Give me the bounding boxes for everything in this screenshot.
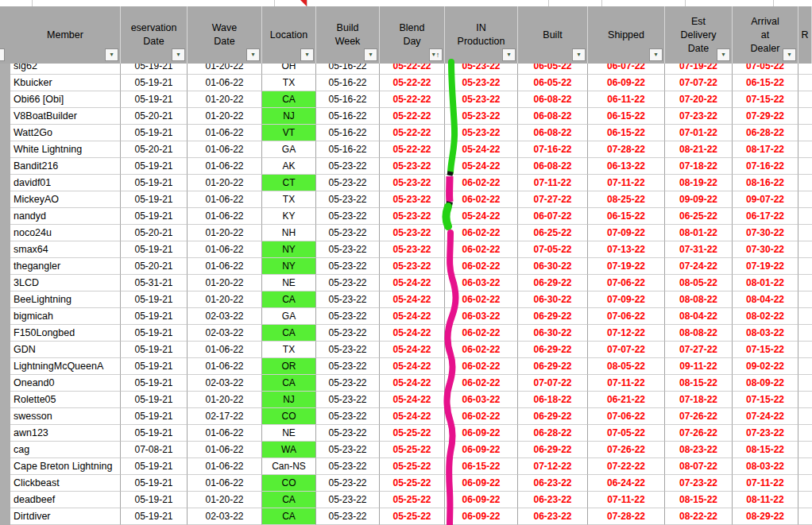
cell-est_delivery[interactable]: 09-09-22 [665, 191, 733, 208]
column-header-build_week[interactable]: BuildWeek▾ [316, 6, 380, 64]
cell-shipped[interactable]: 07-28-22 [588, 508, 665, 525]
cell-location[interactable]: CA [262, 291, 316, 308]
cell-r[interactable] [798, 308, 812, 325]
cell-shipped[interactable]: 06-11-22 [588, 91, 665, 108]
cell-wave_date[interactable]: 01-06-22 [188, 358, 262, 375]
cell-in_production[interactable]: 05-24-22 [445, 208, 518, 225]
filter-button-arrival[interactable]: ▾ [783, 48, 796, 61]
cell-built[interactable]: 06-23-22 [518, 492, 588, 508]
cell-built[interactable]: 07-12-22 [518, 458, 588, 475]
cell-reservation_date[interactable]: 05-20-21 [121, 141, 188, 158]
cell-blend_day[interactable]: 05-23-22 [380, 175, 445, 191]
cell-in_production[interactable]: 05-23-22 [445, 91, 518, 108]
cell-location[interactable]: TX [262, 191, 316, 208]
cell-member[interactable]: thegangler [10, 258, 121, 275]
cell-built[interactable]: 06-30-22 [518, 258, 588, 275]
cell-build_week[interactable]: 05-23-22 [316, 208, 380, 225]
cell-build_week[interactable]: 05-23-22 [316, 458, 380, 475]
cell-reservation_date[interactable]: 05-19-21 [121, 325, 188, 342]
cell-build_week[interactable]: 05-23-22 [316, 225, 380, 241]
cell-location[interactable]: NH [262, 225, 316, 241]
cell-arrival[interactable]: 07-11-22 [733, 475, 798, 492]
cell-r[interactable] [798, 75, 812, 91]
cell-member[interactable]: Rolette05 [10, 392, 121, 408]
cell-reservation_date[interactable]: 05-20-21 [121, 108, 188, 125]
cell-member[interactable]: White Lightning [10, 141, 121, 158]
cell-r[interactable] [798, 91, 812, 108]
cell-est_delivery[interactable]: 08-01-22 [665, 225, 733, 241]
cell-r[interactable] [798, 141, 812, 158]
column-header-in_production[interactable]: INProduction▾ [445, 6, 518, 64]
cell-r[interactable] [798, 408, 812, 425]
cell-arrival[interactable]: 06-17-22 [733, 208, 798, 225]
cell-blend_day[interactable]: 05-22-22 [380, 125, 445, 141]
cell-built[interactable]: 06-29-22 [518, 408, 588, 425]
cell-member[interactable]: 3LCD [10, 275, 121, 291]
cell-member[interactable]: nandyd [10, 208, 121, 225]
cell-build_week[interactable]: 05-16-22 [316, 91, 380, 108]
cell-arrival[interactable]: 07-15-22 [733, 392, 798, 408]
filter-button-shipped[interactable]: ▾ [649, 48, 663, 61]
filter-button-left-column[interactable]: ▾ [0, 48, 5, 61]
cell-blend_day[interactable]: 05-25-22 [380, 425, 445, 442]
filter-button-built[interactable]: ▾ [572, 48, 586, 61]
cell-built[interactable]: 07-07-22 [518, 375, 588, 392]
cell-location[interactable]: CA [262, 375, 316, 392]
cell-in_production[interactable]: 05-23-22 [445, 108, 518, 125]
cell-blend_day[interactable]: 05-23-22 [380, 258, 445, 275]
cell-reservation_date[interactable]: 05-31-21 [121, 275, 188, 291]
cell-built[interactable]: 06-08-22 [518, 158, 588, 175]
cell-shipped[interactable]: 06-09-22 [588, 75, 665, 91]
cell-blend_day[interactable]: 05-25-22 [380, 475, 445, 492]
cell-r[interactable] [798, 64, 812, 75]
cell-wave_date[interactable]: 01-06-22 [188, 125, 262, 141]
column-header-blend_day[interactable]: BlendDay▾↑ [380, 6, 445, 64]
cell-build_week[interactable]: 05-23-22 [316, 241, 380, 258]
cell-shipped[interactable]: 08-05-22 [588, 358, 665, 375]
cell-built[interactable]: 06-28-22 [518, 425, 588, 442]
cell-member[interactable]: Watt2Go [10, 125, 121, 141]
cell-r[interactable] [798, 275, 812, 291]
cell-build_week[interactable]: 05-16-22 [316, 75, 380, 91]
cell-est_delivery[interactable]: 08-07-22 [665, 458, 733, 475]
cell-build_week[interactable]: 05-23-22 [316, 175, 380, 191]
cell-reservation_date[interactable]: 05-19-21 [121, 458, 188, 475]
cell-build_week[interactable]: 05-23-22 [316, 325, 380, 342]
filter-button-blend_day[interactable]: ▾↑ [429, 48, 443, 61]
cell-r[interactable] [798, 325, 812, 342]
cell-shipped[interactable]: 07-09-22 [588, 291, 665, 308]
cell-blend_day[interactable]: 05-24-22 [380, 275, 445, 291]
cell-wave_date[interactable]: 01-20-22 [188, 64, 262, 75]
cell-build_week[interactable]: 05-23-22 [316, 375, 380, 392]
filter-button-in_production[interactable]: ▾ [502, 48, 516, 61]
cell-build_week[interactable]: 05-16-22 [316, 108, 380, 125]
cell-r[interactable] [798, 175, 812, 191]
cell-wave_date[interactable]: 01-20-22 [188, 492, 262, 508]
cell-reservation_date[interactable]: 05-19-21 [121, 492, 188, 508]
cell-reservation_date[interactable]: 05-19-21 [121, 125, 188, 141]
cell-built[interactable]: 06-07-22 [518, 208, 588, 225]
cell-in_production[interactable]: 06-02-22 [445, 325, 518, 342]
cell-in_production[interactable]: 06-02-22 [445, 225, 518, 241]
cell-shipped[interactable]: 06-15-22 [588, 125, 665, 141]
cell-r[interactable] [798, 442, 812, 458]
cell-reservation_date[interactable]: 05-19-21 [121, 158, 188, 175]
cell-built[interactable]: 07-27-22 [518, 191, 588, 208]
cell-est_delivery[interactable]: 08-15-22 [665, 375, 733, 392]
cell-blend_day[interactable]: 05-24-22 [380, 392, 445, 408]
cell-blend_day[interactable]: 05-25-22 [380, 508, 445, 525]
cell-arrival[interactable]: 09-07-22 [733, 191, 798, 208]
cell-location[interactable]: GA [262, 308, 316, 325]
cell-est_delivery[interactable]: 07-01-22 [665, 125, 733, 141]
cell-location[interactable]: NE [262, 425, 316, 442]
cell-wave_date[interactable]: 01-06-22 [188, 191, 262, 208]
cell-est_delivery[interactable]: 07-18-22 [665, 392, 733, 408]
cell-build_week[interactable]: 05-23-22 [316, 392, 380, 408]
cell-est_delivery[interactable]: 07-26-22 [665, 425, 733, 442]
cell-built[interactable]: 06-29-22 [518, 342, 588, 358]
cell-wave_date[interactable]: 02-03-22 [188, 325, 262, 342]
cell-location[interactable]: NE [262, 275, 316, 291]
cell-build_week[interactable]: 05-16-22 [316, 64, 380, 75]
cell-reservation_date[interactable]: 05-19-21 [121, 308, 188, 325]
cell-shipped[interactable]: 06-13-22 [588, 158, 665, 175]
